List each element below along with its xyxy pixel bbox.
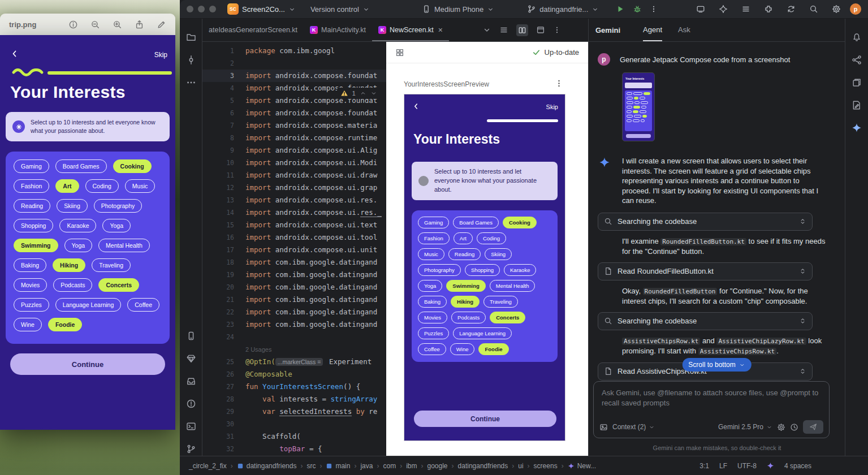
history-icon[interactable] bbox=[790, 423, 798, 431]
editor-tab[interactable]: KNewScreen.kt× bbox=[372, 19, 449, 41]
more-icon[interactable] bbox=[186, 77, 196, 88]
status-widget[interactable]: LF bbox=[719, 462, 727, 470]
app-inspection-icon[interactable] bbox=[852, 100, 862, 110]
editor-tab[interactable]: ateIdeasGeneratorScreen.kt bbox=[202, 19, 304, 41]
scroll-to-bottom-button[interactable]: Scroll to bottom bbox=[682, 358, 751, 372]
expand-collapse-icon[interactable] bbox=[799, 218, 806, 225]
tool-call-label: Searching the codebase bbox=[617, 317, 697, 325]
run-button[interactable] bbox=[616, 5, 625, 14]
problems-icon[interactable] bbox=[186, 399, 196, 409]
context-selector[interactable]: Context (2) bbox=[612, 423, 655, 431]
gemini-prompt-box[interactable]: Context (2) Gemini 2.5 Pro bbox=[593, 381, 830, 438]
terminal-icon[interactable] bbox=[186, 421, 196, 431]
preview-layout-icon[interactable] bbox=[395, 48, 404, 57]
gemini-tab-agent[interactable]: Agent bbox=[643, 19, 662, 41]
cast-icon[interactable] bbox=[696, 5, 705, 14]
tool-call-row[interactable]: Read RoundedFilledButton.kt bbox=[598, 262, 813, 280]
breadcrumb-item[interactable]: _circle_2_fix bbox=[189, 462, 227, 470]
breadcrumb-item[interactable]: ui bbox=[518, 462, 523, 470]
inspections-widget[interactable]: 1 bbox=[337, 88, 381, 99]
zoom-window-button[interactable] bbox=[209, 6, 216, 12]
search-icon[interactable] bbox=[809, 5, 818, 14]
screenshot-attachment-thumbnail[interactable]: Your Interests bbox=[622, 72, 655, 141]
expand-collapse-icon[interactable] bbox=[799, 267, 806, 275]
logcat-icon[interactable] bbox=[852, 77, 862, 88]
code-view-icon[interactable] bbox=[499, 25, 508, 34]
code-line: 12import androidx.compose.ui.grap bbox=[202, 182, 386, 194]
run-configuration-selector[interactable]: datingandfrie... bbox=[527, 5, 599, 14]
model-selector[interactable]: Gemini 2.5 Pro bbox=[718, 423, 772, 431]
scroll-to-bottom-label: Scroll to bottom bbox=[688, 361, 735, 369]
breadcrumb-item[interactable]: main bbox=[326, 462, 350, 470]
status-widget[interactable]: 4 spaces bbox=[784, 462, 811, 470]
hidden-tabs-icon[interactable] bbox=[482, 25, 491, 34]
editor-tab[interactable]: KMainActivity.kt bbox=[304, 19, 372, 41]
breadcrumb-item[interactable]: java bbox=[360, 462, 373, 470]
todo-icon[interactable] bbox=[741, 5, 750, 14]
more-actions-icon[interactable] bbox=[650, 5, 658, 14]
editor-options-icon[interactable] bbox=[553, 25, 561, 34]
code-line: 2 Usages bbox=[202, 343, 386, 356]
split-view-toggle[interactable] bbox=[516, 24, 528, 36]
user-avatar[interactable]: p bbox=[850, 3, 861, 15]
expand-collapse-icon[interactable] bbox=[799, 368, 806, 375]
ai-actions-icon[interactable] bbox=[719, 5, 728, 14]
share-icon[interactable] bbox=[135, 20, 144, 29]
project-folder-icon[interactable] bbox=[186, 32, 196, 42]
breadcrumb-item[interactable]: google bbox=[427, 462, 447, 470]
code-editor[interactable]: 1package com.ibm.googl23import androidx.… bbox=[202, 42, 386, 456]
thumbnail-chip bbox=[633, 119, 640, 122]
breadcrumb-item[interactable]: New... bbox=[568, 462, 596, 470]
device-explorer-icon[interactable] bbox=[852, 55, 862, 65]
close-tab-icon[interactable]: × bbox=[438, 25, 443, 34]
right-tool-window-stripe bbox=[845, 19, 868, 456]
sync-icon[interactable] bbox=[787, 5, 796, 14]
send-button[interactable] bbox=[803, 420, 823, 434]
zoom-in-icon[interactable] bbox=[113, 20, 122, 29]
code-text: @Composable bbox=[245, 368, 292, 381]
status-widget[interactable]: 3:1 bbox=[699, 462, 709, 470]
markup-icon[interactable] bbox=[157, 20, 166, 29]
vcs-widget[interactable]: Version control bbox=[310, 5, 370, 14]
breadcrumb-item[interactable]: screens bbox=[534, 462, 558, 470]
preview-options-icon[interactable] bbox=[555, 79, 563, 88]
debug-button[interactable] bbox=[633, 5, 642, 14]
gemini-prompt-input[interactable] bbox=[601, 387, 822, 411]
notifications-icon[interactable] bbox=[852, 32, 862, 42]
close-window-button[interactable] bbox=[187, 6, 193, 12]
breadcrumb-item[interactable]: com bbox=[383, 462, 396, 470]
gemini-icon[interactable] bbox=[852, 123, 862, 133]
version-control-icon[interactable] bbox=[186, 444, 196, 454]
status-widget[interactable]: UTF-8 bbox=[737, 462, 757, 470]
info-icon[interactable] bbox=[68, 20, 78, 29]
project-selector[interactable]: SC Screen2Co... bbox=[227, 3, 296, 15]
breadcrumb-item[interactable]: datingandfriends bbox=[237, 462, 297, 470]
info-badge bbox=[418, 176, 429, 186]
build-icon[interactable] bbox=[186, 376, 196, 386]
device-selector[interactable]: Medium Phone bbox=[422, 5, 494, 14]
plugins-icon[interactable] bbox=[764, 5, 773, 14]
gemini-status-icon[interactable] bbox=[767, 462, 774, 469]
gemini-settings-icon[interactable] bbox=[777, 423, 785, 431]
attach-image-icon[interactable] bbox=[599, 423, 608, 431]
previous-problem-icon[interactable] bbox=[360, 90, 366, 97]
breadcrumb-item[interactable]: ibm bbox=[406, 462, 417, 470]
code-text: import com.ibm.google.datingand bbox=[245, 293, 377, 306]
minimize-window-button[interactable] bbox=[198, 6, 205, 12]
line-number: 1 bbox=[202, 45, 234, 57]
resource-manager-icon[interactable] bbox=[186, 353, 196, 364]
commit-icon[interactable] bbox=[186, 55, 196, 65]
breadcrumb-item[interactable]: datingandfriends bbox=[458, 462, 508, 470]
expand-collapse-icon[interactable] bbox=[799, 317, 806, 325]
design-view-icon[interactable] bbox=[536, 25, 545, 34]
code-text: import androidx.compose.foundat bbox=[245, 70, 377, 82]
preview-name: YourInterestsScreenPreview bbox=[404, 80, 489, 88]
breadcrumb-item[interactable]: src bbox=[306, 462, 316, 470]
tool-call-row[interactable]: Searching the codebase bbox=[598, 213, 813, 231]
zoom-out-icon[interactable] bbox=[90, 20, 100, 29]
tool-call-row[interactable]: Searching the codebase bbox=[598, 312, 813, 330]
gemini-tab-ask[interactable]: Ask bbox=[678, 19, 690, 41]
settings-icon[interactable] bbox=[832, 5, 841, 14]
device-manager-icon[interactable] bbox=[186, 331, 196, 341]
next-problem-icon[interactable] bbox=[370, 90, 377, 97]
